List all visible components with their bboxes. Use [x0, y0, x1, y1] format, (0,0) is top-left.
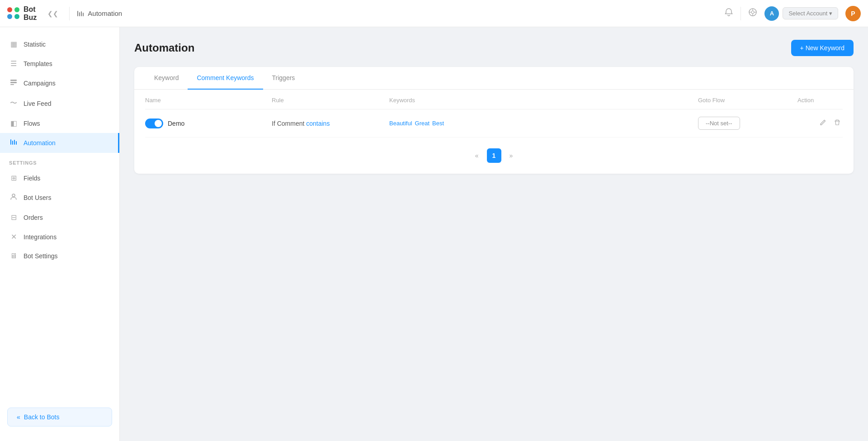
sidebar-item-label: Templates — [24, 60, 52, 67]
rule-keyword: contains — [306, 120, 330, 127]
rule-prefix: If Comment — [272, 120, 304, 127]
bell-button[interactable] — [724, 8, 733, 19]
page-title: Automation — [134, 42, 194, 54]
sidebar: ▦ Statistic ☰ Templates Campaigns 〜 Live… — [0, 27, 120, 441]
sidebar-nav: ▦ Statistic ☰ Templates Campaigns 〜 Live… — [0, 34, 119, 400]
share-button[interactable] — [748, 8, 757, 19]
header-avatar-group: A Select Account ▾ — [764, 6, 838, 21]
sidebar-item-label: Automation — [24, 139, 56, 147]
svg-rect-10 — [10, 80, 17, 81]
table-header: Name Rule Keywords Goto Flow Action — [145, 90, 843, 109]
prev-page-button[interactable]: « — [471, 149, 483, 162]
campaigns-icon — [9, 79, 18, 88]
header-right: A Select Account ▾ P — [724, 6, 861, 21]
name-cell: Demo — [145, 119, 272, 128]
avatar-p[interactable]: P — [845, 6, 861, 21]
svg-rect-2 — [81, 11, 82, 16]
sidebar-item-label: Orders — [24, 214, 43, 221]
sidebar-item-orders[interactable]: ⊟ Orders — [0, 208, 119, 227]
tab-comment-keywords[interactable]: Comment Keywords — [188, 67, 263, 90]
header-automation-label: Automation — [88, 9, 122, 17]
logo-text: Bot Buz — [24, 5, 37, 21]
logo-dot-blue — [7, 14, 12, 19]
top-header: Bot Buz ❮❮ Automation — [0, 0, 868, 27]
header-divider-2 — [741, 7, 741, 20]
sidebar-item-label: Live Feed — [24, 100, 51, 107]
bell-icon — [724, 8, 733, 17]
delete-icon — [834, 119, 841, 126]
keyword-tag-great: Great — [415, 120, 430, 127]
templates-icon: ☰ — [9, 59, 18, 68]
logo-dot-teal — [14, 14, 19, 19]
content-area: Automation + New Keyword Keyword Comment… — [120, 27, 868, 441]
col-goto-flow: Goto Flow — [698, 97, 797, 104]
automation-header-icon — [77, 10, 84, 17]
sidebar-item-flows[interactable]: ◧ Flows — [0, 114, 119, 133]
goto-flow-button[interactable]: --Not set-- — [698, 117, 740, 130]
sidebar-item-fields[interactable]: ⊞ Fields — [0, 168, 119, 188]
bot-users-icon — [9, 193, 18, 202]
sidebar-item-templates[interactable]: ☰ Templates — [0, 54, 119, 73]
sidebar-item-statistic[interactable]: ▦ Statistic — [0, 34, 119, 54]
share-icon — [748, 8, 757, 17]
keywords-cell: Beautiful Great Best — [389, 120, 698, 127]
logo-dots — [7, 7, 20, 20]
sidebar-item-integrations[interactable]: ✕ Integrations — [0, 227, 119, 247]
automation-icon — [9, 138, 18, 147]
collapse-button[interactable]: ❮❮ — [44, 8, 62, 19]
back-icon: « — [17, 413, 20, 421]
back-to-bots-button[interactable]: « Back to Bots — [7, 408, 112, 427]
svg-rect-15 — [14, 140, 15, 145]
fields-icon: ⊞ — [9, 174, 18, 182]
rule-cell: If Comment contains — [272, 120, 389, 127]
action-cell — [797, 117, 843, 130]
row-toggle[interactable] — [145, 119, 163, 128]
next-page-button[interactable]: » — [505, 149, 518, 162]
svg-point-5 — [751, 11, 754, 14]
svg-rect-16 — [16, 141, 17, 145]
sidebar-item-label: Campaigns — [24, 80, 56, 87]
sidebar-item-live-feed[interactable]: 〜 Live Feed — [0, 93, 119, 114]
col-keywords: Keywords — [389, 97, 698, 104]
svg-rect-0 — [77, 11, 78, 16]
page-1-button[interactable]: 1 — [487, 148, 501, 163]
user-selector[interactable]: Select Account ▾ — [783, 7, 838, 19]
flows-icon: ◧ — [9, 119, 18, 128]
sidebar-item-label: Bot Settings — [24, 252, 58, 260]
bot-settings-icon: 🖥 — [9, 252, 18, 260]
header-left: Bot Buz ❮❮ Automation — [7, 5, 122, 21]
avatar-a: A — [764, 6, 779, 21]
table-wrap: Name Rule Keywords Goto Flow Action Demo… — [134, 90, 854, 138]
new-keyword-button[interactable]: + New Keyword — [791, 40, 854, 56]
statistic-icon: ▦ — [9, 40, 18, 48]
sidebar-item-bot-settings[interactable]: 🖥 Bot Settings — [0, 247, 119, 266]
logo-dot-red — [7, 7, 12, 12]
sidebar-item-bot-users[interactable]: Bot Users — [0, 188, 119, 208]
tab-triggers[interactable]: Triggers — [263, 67, 304, 90]
col-name: Name — [145, 97, 272, 104]
goto-flow-cell: --Not set-- — [698, 117, 797, 130]
main-layout: ▦ Statistic ☰ Templates Campaigns 〜 Live… — [0, 27, 868, 441]
svg-rect-1 — [79, 12, 80, 16]
col-rule: Rule — [272, 97, 389, 104]
svg-point-17 — [12, 194, 15, 197]
sidebar-item-automation[interactable]: Automation — [0, 133, 119, 153]
tab-keyword[interactable]: Keyword — [145, 67, 188, 90]
svg-rect-12 — [10, 84, 14, 85]
sidebar-footer: « Back to Bots — [0, 400, 119, 434]
sidebar-item-label: Fields — [24, 175, 40, 182]
page-header: Automation + New Keyword — [134, 40, 854, 56]
tabs: Keyword Comment Keywords Triggers — [134, 67, 854, 90]
keyword-tag-best: Best — [432, 120, 444, 127]
header-divider — [69, 7, 70, 20]
sidebar-item-label: Flows — [24, 120, 40, 127]
edit-button[interactable] — [817, 117, 828, 130]
delete-button[interactable] — [832, 117, 843, 130]
row-name: Demo — [168, 120, 184, 127]
sidebar-item-label: Bot Users — [24, 194, 51, 201]
logo: Bot Buz — [7, 5, 37, 21]
header-page-title: Automation — [77, 9, 122, 17]
main-card: Keyword Comment Keywords Triggers Name R… — [134, 67, 854, 174]
svg-rect-11 — [10, 82, 17, 83]
sidebar-item-campaigns[interactable]: Campaigns — [0, 73, 119, 93]
